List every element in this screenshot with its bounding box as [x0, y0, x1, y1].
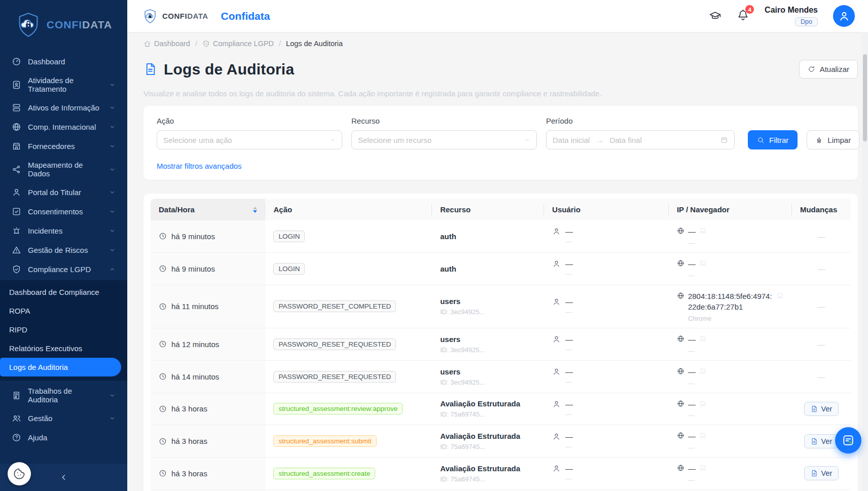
- scrollbar-thumb[interactable]: [863, 54, 867, 141]
- sidebar-subitem[interactable]: Logs de Auditoria: [0, 358, 121, 376]
- cookie-settings-button[interactable]: [8, 462, 31, 485]
- scrollbar-track[interactable]: [862, 32, 868, 491]
- view-changes-button[interactable]: Ver: [804, 402, 839, 416]
- laptop-icon: [699, 400, 707, 407]
- globe-icon: [677, 292, 684, 299]
- alarm-bell-icon: [12, 226, 21, 236]
- breadcrumb-separator: /: [279, 40, 281, 48]
- filters-card: Ação Selecione uma ação Recurso Selecion…: [143, 106, 858, 180]
- globe-icon: [677, 432, 684, 439]
- sidebar-item-label: Comp. Internacional: [28, 123, 96, 131]
- sidebar-item[interactable]: Portal do Titular: [5, 183, 122, 202]
- sidebar-item[interactable]: Incidentes: [5, 221, 122, 240]
- user-icon: [552, 227, 561, 236]
- refresh-button[interactable]: Atualizar: [799, 60, 858, 79]
- sidebar-item[interactable]: Comp. Internacional: [5, 118, 122, 136]
- clear-button[interactable]: Limpar: [807, 130, 859, 149]
- shield-check-icon: [202, 40, 210, 48]
- sidebar-item[interactable]: Gestão: [5, 409, 122, 428]
- column-header-action[interactable]: Ação: [265, 199, 432, 220]
- view-changes-button[interactable]: Ver: [804, 434, 839, 448]
- user-menu[interactable]: Cairo Mendes Dpo: [765, 6, 818, 26]
- graduation-cap-icon[interactable]: [709, 10, 721, 22]
- audit-logs-table-card: Data/Hora Ação Recurso Usuário I: [143, 194, 858, 491]
- sidebar-item[interactable]: Consentimentos: [5, 202, 122, 221]
- sidebar-item[interactable]: Gestão de Riscos: [5, 241, 122, 259]
- feedback-fab-button[interactable]: [835, 427, 861, 454]
- chevron-up-icon: [109, 266, 116, 273]
- globe-icon: [12, 122, 21, 132]
- view-changes-button[interactable]: Ver: [804, 466, 839, 480]
- chevron-down-icon: [109, 189, 116, 196]
- avatar[interactable]: [833, 5, 855, 27]
- table-row: há 3 horasstructured_assessment:submitAv…: [151, 425, 851, 458]
- sidebar-subitem[interactable]: RIPD: [0, 320, 127, 339]
- audit-file-icon: [12, 391, 21, 400]
- sidebar-logo: CONFIDATA: [0, 0, 127, 50]
- clear-icon: [815, 136, 823, 144]
- sidebar-subitem[interactable]: ROPA: [0, 301, 127, 320]
- sidebar-item[interactable]: Ativos de Informação: [5, 98, 122, 117]
- breadcrumb-dashboard[interactable]: Dashboard: [143, 40, 190, 48]
- sidebar-subitem[interactable]: Relatórios Executivos: [0, 339, 127, 358]
- sidebar-item[interactable]: Compliance LGPD: [5, 260, 122, 279]
- clock-icon: [159, 265, 167, 273]
- action-select[interactable]: Selecione uma ação: [157, 130, 342, 149]
- resource-select[interactable]: Selecione um recurso: [351, 130, 537, 149]
- chevron-down-icon: [109, 415, 116, 422]
- column-header-changes[interactable]: Mudanças: [792, 199, 851, 220]
- column-header-ip-browser[interactable]: IP / Navegador: [669, 199, 792, 220]
- check-square-icon: [12, 207, 21, 216]
- column-header-datetime[interactable]: Data/Hora: [151, 199, 265, 220]
- clock-icon: [159, 303, 167, 311]
- laptop-icon: [699, 432, 707, 439]
- caret-up-icon: [253, 207, 257, 209]
- sidebar-item[interactable]: Atividades de Tratamento: [5, 71, 122, 98]
- sidebar-item[interactable]: Mapeamento de Dados: [5, 156, 122, 182]
- resource-filter-label: Recurso: [351, 117, 537, 125]
- sidebar-item-label: Dashboard: [28, 57, 65, 66]
- action-filter-label: Ação: [157, 117, 342, 125]
- column-header-resource[interactable]: Recurso: [432, 199, 544, 220]
- action-tag: PASSWORD_RESET_REQUESTED: [273, 338, 396, 350]
- filter-resource-group: Recurso Selecione um recurso: [351, 117, 537, 149]
- laptop-icon: [699, 464, 707, 472]
- advanced-filters-link[interactable]: Mostrar filtros avançados: [157, 162, 242, 170]
- filter-button[interactable]: Filtrar: [748, 130, 798, 149]
- user-name: Cairo Mendes: [765, 6, 818, 15]
- audit-logs-table: Data/Hora Ação Recurso Usuário I: [151, 199, 851, 491]
- breadcrumb-compliance-lgpd[interactable]: Compliance LGPD: [202, 40, 274, 48]
- laptop-icon: [699, 259, 707, 267]
- cell-ip-browser: ——: [669, 393, 792, 425]
- sidebar-item[interactable]: Dashboard: [5, 52, 122, 71]
- resource-id: ID: 3ec94925...: [440, 308, 536, 316]
- notifications-button[interactable]: 4: [737, 9, 749, 23]
- table-row: há 9 minutosLOGINauth—————: [151, 252, 851, 285]
- sidebar-item[interactable]: Trabalhos de Auditoria: [5, 382, 122, 408]
- cell-changes: Ver: [792, 393, 851, 425]
- column-header-user[interactable]: Usuário: [544, 199, 669, 220]
- action-tag: structured_assessment:review:approve: [273, 403, 403, 414]
- cell-action: LOGIN: [265, 220, 432, 252]
- user-role-badge: Dpo: [795, 17, 818, 26]
- topbar: CONFIDATA Confidata 4 Cairo Mendes Dpo: [127, 0, 868, 32]
- sidebar-subitem[interactable]: Dashboard de Compliance: [0, 283, 127, 301]
- cell-resource: Avaliação EstruturadaID: 75a69745...: [432, 458, 544, 490]
- table-row: há 3 horasstructured_assessment:review:a…: [151, 393, 851, 425]
- chevron-left-icon: [60, 473, 68, 481]
- sidebar-menu: DashboardAtividades de TratamentoAtivos …: [0, 50, 127, 447]
- cell-resource: usersID: 3ec94925...: [432, 328, 544, 361]
- cell-resource: Avaliação EstruturadaID: 75a69745...: [432, 425, 544, 458]
- cell-changes: —: [792, 220, 851, 252]
- cell-changes: —: [792, 285, 851, 328]
- sidebar-item[interactable]: Fornecedores: [5, 137, 122, 156]
- cell-user: ——: [544, 220, 669, 252]
- sidebar-item[interactable]: Ajuda: [5, 428, 122, 447]
- table-row: há 11 minutosPASSWORD_RESET_COMPLETEDuse…: [151, 285, 851, 328]
- main-area: CONFIDATA Confidata 4 Cairo Mendes Dpo: [127, 0, 868, 491]
- header-brand[interactable]: CONFIDATA Confidata: [142, 9, 270, 24]
- sidebar-item-label: Ativos de Informação: [28, 103, 99, 112]
- date-range-picker[interactable]: Data inicial → Data final: [546, 130, 735, 149]
- table-row: há 9 minutosLOGINauth—————: [151, 220, 851, 252]
- sidebar-item-label: Fornecedores: [28, 142, 75, 150]
